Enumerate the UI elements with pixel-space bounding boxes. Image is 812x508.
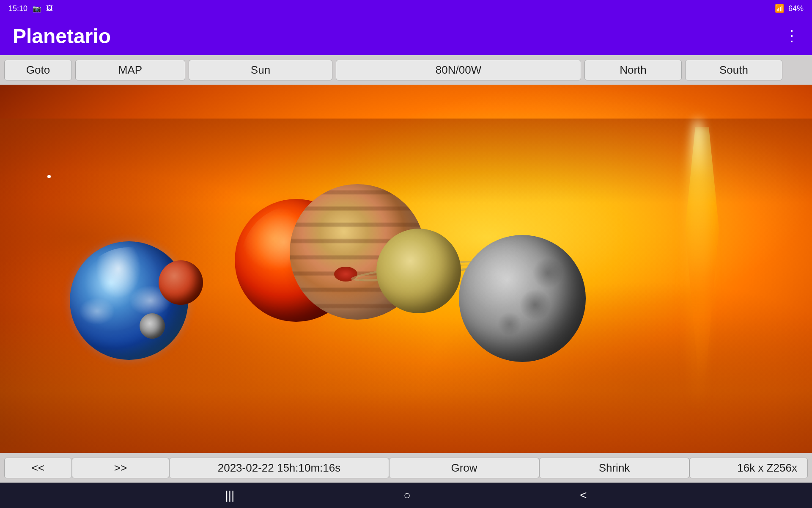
nav-back-button[interactable]: < xyxy=(580,489,587,502)
grow-button[interactable]: Grow xyxy=(389,458,539,478)
shrink-button[interactable]: Shrink xyxy=(539,458,689,478)
bottom-toolbar: << >> 2023-02-22 15h:10m:16s Grow Shrink… xyxy=(0,453,812,483)
app-bar: Planetario ⋮ xyxy=(0,17,812,55)
time-forward-button[interactable]: >> xyxy=(72,458,169,478)
mars-planet[interactable] xyxy=(159,260,203,305)
coords-button[interactable]: 80N/00W xyxy=(336,60,581,80)
status-icon2: 🖼 xyxy=(46,5,53,12)
status-time: 15:10 xyxy=(8,4,27,13)
app-title: Planetario xyxy=(13,25,111,48)
saturn-planet[interactable] xyxy=(376,229,461,313)
scale-display[interactable]: 16k x Z256x xyxy=(689,458,808,478)
wifi-icon: 📶 xyxy=(775,4,784,13)
mercury-planet[interactable] xyxy=(459,235,586,362)
moon-planet[interactable] xyxy=(140,313,165,339)
nav-home-button[interactable]: ○ xyxy=(403,489,411,502)
status-left: 15:10 📷 🖼 xyxy=(8,4,53,13)
time-back-button[interactable]: << xyxy=(4,458,72,478)
nav-bar: ||| ○ < xyxy=(0,483,812,508)
goto-button[interactable]: Goto xyxy=(4,60,72,80)
datetime-display[interactable]: 2023-02-22 15h:10m:16s xyxy=(169,458,389,478)
status-bar: 15:10 📷 🖼 📶 64% xyxy=(0,0,812,17)
status-icon1: 📷 xyxy=(33,5,41,13)
main-view[interactable] xyxy=(0,85,812,466)
more-options-icon[interactable]: ⋮ xyxy=(784,27,799,45)
map-button[interactable]: MAP xyxy=(75,60,185,80)
north-button[interactable]: North xyxy=(584,60,682,80)
star-dot xyxy=(47,175,51,178)
jupiter-great-red-spot xyxy=(334,267,357,282)
south-button[interactable]: South xyxy=(685,60,782,80)
status-right: 📶 64% xyxy=(775,4,804,13)
nav-menu-button[interactable]: ||| xyxy=(225,489,234,502)
target-button[interactable]: Sun xyxy=(189,60,332,80)
sun-flare-right xyxy=(685,119,710,415)
toolbar: Goto MAP Sun 80N/00W North South xyxy=(0,55,812,85)
battery-level: 64% xyxy=(788,4,804,13)
